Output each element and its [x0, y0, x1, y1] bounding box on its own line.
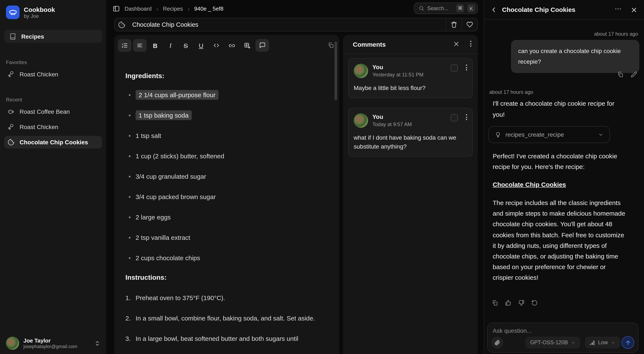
bold-button[interactable]: B — [148, 39, 162, 52]
sidebar: Cookbook by Joe Recipes Favorites — [0, 0, 106, 354]
italic-button[interactable]: I — [164, 39, 177, 52]
ingredient-text: 2 tsp vanilla extract — [136, 234, 190, 241]
tool-call-name: recipes_create_recipe — [506, 131, 594, 138]
close-icon[interactable] — [631, 7, 637, 13]
ingredients-list: 2 1/4 cups all-purpose flour 1 tsp bakin… — [136, 90, 325, 263]
delete-recipe-button[interactable] — [446, 18, 462, 31]
avatar — [6, 337, 19, 350]
cookie-icon — [115, 18, 129, 31]
user-menu[interactable]: Joe Taylor josephataylor@gmail.com — [6, 337, 100, 350]
list-item[interactable]: 3/4 cup packed brown sugar — [136, 192, 325, 202]
list-item[interactable]: 2 tsp vanilla extract — [136, 233, 325, 242]
ordered-list-button[interactable] — [118, 39, 131, 52]
favorite-recipe-button[interactable] — [462, 18, 477, 31]
comments-header: Comments — [343, 35, 478, 54]
chat-composer[interactable]: Ask question... GPT-OSS-120B — [487, 323, 638, 353]
assistant-message: The recipe includes all the classic ingr… — [493, 197, 625, 283]
thumbs-up-icon[interactable] — [505, 300, 511, 306]
app-byline: by Joe — [24, 13, 55, 19]
list-item[interactable]: 3/4 cup granulated sugar — [136, 172, 325, 181]
model-selector[interactable]: GPT-OSS-120B — [526, 337, 580, 349]
reasoning-selector[interactable]: Low — [585, 337, 620, 349]
ellipsis-menu-icon[interactable]: ⋯ — [615, 5, 622, 13]
section-title-recent: Recent — [6, 97, 22, 103]
list-item[interactable]: 1 cup (2 sticks) butter, softened — [136, 152, 325, 161]
main-area: Dashboard › Recipes › 940e _ 5ef8 Search… — [106, 0, 484, 354]
editor-scrollbar[interactable] — [334, 42, 337, 100]
recipe-editor-panel: B I S U — [114, 35, 339, 354]
search-input[interactable]: Search... ⌘ K — [414, 2, 478, 14]
section-title-favorites: Favorites — [6, 59, 27, 65]
recipe-link[interactable]: Chocolate Chip Cookies — [493, 181, 566, 188]
code-button[interactable] — [210, 39, 223, 52]
instructions-heading: Instructions: — [126, 274, 325, 281]
tool-call-expander[interactable]: recipes_create_recipe — [488, 126, 610, 143]
regenerate-icon[interactable] — [531, 300, 538, 306]
attach-file-button[interactable] — [492, 337, 503, 349]
edit-pencil-icon[interactable] — [631, 71, 637, 78]
sidebar-toggle-icon[interactable] — [113, 5, 120, 12]
comment-card[interactable]: You Today at 9:57 AM what if I dont have… — [348, 108, 473, 157]
copy-document-button[interactable] — [328, 42, 334, 48]
insert-table-button[interactable] — [240, 39, 254, 52]
list-item[interactable]: In a small bowl, combine flour, baking s… — [136, 312, 325, 324]
list-item[interactable]: 1 tsp salt — [136, 131, 325, 141]
list-item[interactable]: 2 1/4 cups all-purpose flour — [136, 90, 325, 100]
highlighted-text[interactable]: 2 1/4 cups all-purpose flour — [136, 90, 218, 100]
book-icon — [9, 33, 16, 40]
sidebar-item-chocolate-chip-cookies[interactable]: Chocolate Chip Cookies — [4, 136, 102, 149]
app-logo — [6, 5, 20, 19]
copy-icon[interactable] — [492, 300, 498, 306]
chevron-right-icon: › — [156, 5, 158, 12]
list-item[interactable]: Preheat oven to 375°F (190°C). — [136, 292, 325, 304]
strikethrough-button[interactable]: S — [179, 39, 192, 52]
recipe-document[interactable]: Ingredients: 2 1/4 cups all-purpose flou… — [126, 72, 325, 353]
sidebar-item-roast-chicken-fav[interactable]: Roast Chicken — [4, 68, 102, 81]
comment-card[interactable]: You Yesterday at 11:51 PM Maybe a little… — [348, 58, 473, 98]
comment-text: what if I dont have baking soda can we s… — [354, 133, 467, 151]
chat-input-placeholder[interactable]: Ask question... — [493, 327, 633, 334]
list-item[interactable]: 2 large eggs — [136, 213, 325, 222]
highlighted-text[interactable]: 1 tsp baking soda — [136, 110, 192, 120]
list-item[interactable]: 1 tsp baking soda — [136, 111, 325, 120]
comment-text: Maybe a little bit less flour? — [354, 84, 467, 93]
recipe-title-input[interactable]: Chocolate Chip Cookies — [129, 21, 446, 28]
comment-button[interactable] — [256, 39, 269, 52]
sidebar-item-roast-coffee-bean[interactable]: Roast Coffee Bean — [4, 105, 102, 118]
kebab-menu-icon[interactable] — [466, 64, 467, 70]
close-icon[interactable] — [453, 41, 460, 47]
send-button[interactable] — [622, 336, 634, 349]
k-key-badge: K — [467, 4, 475, 12]
chevron-right-icon: › — [188, 5, 190, 12]
thumbs-down-icon[interactable] — [518, 300, 524, 306]
ingredient-text: 1 cup (2 sticks) butter, softened — [136, 152, 224, 160]
comments-panel: Comments You Yesterday at 11:51 PM — [343, 35, 478, 354]
align-text-button[interactable] — [133, 39, 147, 52]
app-logo-row[interactable]: Cookbook by Joe — [6, 5, 55, 19]
assistant-header: Chocolate Chip Cookies ⋯ — [484, 0, 644, 19]
chevron-down-icon — [611, 340, 616, 345]
message-timestamp: about 17 hours ago — [594, 31, 638, 37]
assistant-panel: Chocolate Chip Cookies ⋯ about 17 hours … — [484, 0, 644, 354]
list-item[interactable]: 2 cups chocolate chips — [136, 253, 325, 263]
search-placeholder: Search... — [427, 5, 453, 11]
copy-icon[interactable] — [617, 71, 624, 78]
back-icon[interactable] — [490, 6, 497, 13]
breadcrumb: Dashboard › Recipes › 940e _ 5ef8 — [113, 5, 224, 12]
kebab-menu-icon[interactable] — [466, 114, 467, 120]
underline-button[interactable]: U — [194, 39, 208, 52]
sidebar-item-roast-chicken-recent[interactable]: Roast Chicken — [4, 121, 102, 133]
signal-bars-icon — [590, 340, 595, 345]
list-item[interactable]: In a large bowl, beat softened butter an… — [136, 333, 325, 345]
link-button[interactable] — [225, 39, 238, 52]
kebab-menu-icon[interactable] — [470, 41, 472, 47]
sidebar-item-label: Recipes — [21, 33, 44, 40]
sidebar-item-recipes[interactable]: Recipes — [4, 30, 102, 43]
breadcrumb-recipes[interactable]: Recipes — [163, 5, 183, 12]
breadcrumb-current: 940e _ 5ef8 — [194, 5, 224, 12]
resolve-checkbox[interactable] — [450, 114, 458, 121]
user-email: josephataylor@gmail.com — [24, 344, 90, 349]
breadcrumb-dashboard[interactable]: Dashboard — [124, 5, 152, 12]
resolve-checkbox[interactable] — [450, 64, 458, 72]
comment-time: Today at 9:57 AM — [372, 121, 446, 127]
